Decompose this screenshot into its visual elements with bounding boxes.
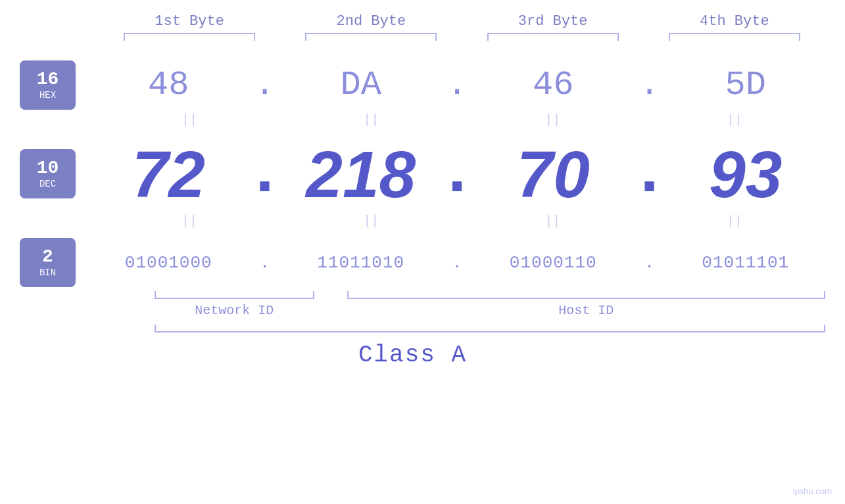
net-bracket-wrapper bbox=[155, 291, 314, 299]
sep4: || bbox=[669, 112, 800, 127]
bin-val-3: 01000110 bbox=[510, 253, 597, 273]
byte4-header: 4th Byte bbox=[669, 13, 800, 30]
dec-base-label: DEC bbox=[39, 179, 56, 189]
byte3-header: 3rd Byte bbox=[487, 13, 619, 30]
bracket-top-1 bbox=[124, 33, 255, 41]
sep5: || bbox=[124, 214, 255, 229]
net-bracket bbox=[155, 291, 314, 299]
sep6: || bbox=[305, 214, 437, 229]
dec-values-wrapper: 72 . 218 . 70 . 93 bbox=[89, 137, 825, 211]
bin-base-label: BIN bbox=[39, 267, 56, 278]
sep8: || bbox=[669, 214, 800, 229]
hex-base-number: 16 bbox=[37, 70, 59, 89]
bracket-top-4 bbox=[669, 33, 800, 41]
top-bracket-row bbox=[0, 33, 845, 41]
byte1-header: 1st Byte bbox=[124, 13, 255, 30]
hex-dot-3: . bbox=[633, 66, 666, 104]
sep1: || bbox=[124, 112, 255, 127]
badge-spacer3 bbox=[85, 325, 141, 332]
host-id-label: Host ID bbox=[347, 303, 826, 318]
hex-val-1: 48 bbox=[148, 66, 189, 104]
dec-val-4-cell: 93 bbox=[666, 141, 826, 207]
hex-base-label: HEX bbox=[39, 90, 56, 101]
bracket-top-2 bbox=[305, 33, 437, 41]
class-label: Class A bbox=[358, 342, 467, 369]
hex-badge: 16 HEX bbox=[20, 60, 76, 110]
hex-row: 16 HEX 48 . DA . 46 . 5D bbox=[0, 60, 845, 110]
bin-badge: 2 BIN bbox=[20, 238, 76, 287]
sep-dec-bin: || || || || bbox=[0, 214, 845, 229]
bin-val-3-cell: 01000110 bbox=[473, 253, 633, 273]
bin-val-1: 01001000 bbox=[125, 253, 212, 273]
dec-val-1-cell: 72 bbox=[89, 141, 249, 207]
bin-val-2: 11011010 bbox=[317, 253, 404, 273]
bin-val-4-cell: 01011101 bbox=[666, 253, 826, 273]
dec-badge: 10 DEC bbox=[20, 149, 76, 198]
bin-dot-1: . bbox=[249, 253, 281, 273]
bottom-bracket-container bbox=[0, 291, 845, 299]
bin-base-number: 2 bbox=[42, 248, 53, 266]
bin-val-4: 01011101 bbox=[702, 253, 789, 273]
class-row: Class A bbox=[0, 342, 845, 369]
dec-val-2-cell: 218 bbox=[281, 141, 441, 207]
hex-dot-1: . bbox=[249, 66, 281, 104]
bin-row: 2 BIN 01001000 . 11011010 . 01000110 . bbox=[0, 238, 845, 287]
bin-val-1-cell: 01001000 bbox=[89, 253, 249, 273]
hex-val-2: DA bbox=[341, 66, 381, 104]
byte2-header: 2nd Byte bbox=[305, 13, 437, 30]
hex-val-3-cell: 46 bbox=[473, 66, 633, 104]
host-bracket-wrapper bbox=[347, 291, 826, 299]
dec-val-3: 70 bbox=[517, 141, 590, 207]
hex-val-1-cell: 48 bbox=[89, 66, 249, 104]
full-bracket-row bbox=[0, 325, 845, 332]
main-container: 1st Byte 2nd Byte 3rd Byte 4th Byte 16 H… bbox=[0, 0, 845, 504]
sep2: || bbox=[305, 112, 437, 127]
dec-val-1: 72 bbox=[132, 141, 205, 207]
full-bracket bbox=[155, 325, 825, 332]
sep7: || bbox=[487, 214, 619, 229]
hex-dot-2: . bbox=[441, 66, 473, 104]
network-id-label: Network ID bbox=[155, 303, 314, 318]
hex-val-4-cell: 5D bbox=[666, 66, 826, 104]
byte-headers: 1st Byte 2nd Byte 3rd Byte 4th Byte bbox=[0, 13, 845, 30]
hex-val-3: 46 bbox=[533, 66, 573, 104]
hex-val-2-cell: DA bbox=[281, 66, 441, 104]
hex-values-wrapper: 48 . DA . 46 . 5D bbox=[89, 66, 825, 104]
dec-val-3-cell: 70 bbox=[473, 141, 633, 207]
dec-dot-1: . bbox=[249, 137, 281, 211]
bin-values-wrapper: 01001000 . 11011010 . 01000110 . 0101110… bbox=[89, 253, 825, 273]
bracket-top-3 bbox=[487, 33, 619, 41]
id-labels-row: Network ID Host ID bbox=[0, 303, 845, 318]
dec-val-2: 218 bbox=[306, 141, 416, 207]
hex-val-4: 5D bbox=[725, 66, 766, 104]
dec-base-number: 10 bbox=[37, 159, 59, 177]
bin-val-2-cell: 11011010 bbox=[281, 253, 441, 273]
bin-dot-3: . bbox=[633, 253, 666, 273]
dec-val-4: 93 bbox=[709, 141, 782, 207]
bin-dot-2: . bbox=[441, 253, 473, 273]
dec-dot-2: . bbox=[441, 137, 473, 211]
host-bracket bbox=[347, 291, 826, 299]
sep-hex-dec: || || || || bbox=[0, 112, 845, 127]
sep3: || bbox=[487, 112, 619, 127]
dec-dot-3: . bbox=[633, 137, 666, 211]
watermark: ipshu.com bbox=[793, 486, 832, 496]
dec-row: 10 DEC 72 . 218 . 70 . 93 bbox=[0, 137, 845, 211]
